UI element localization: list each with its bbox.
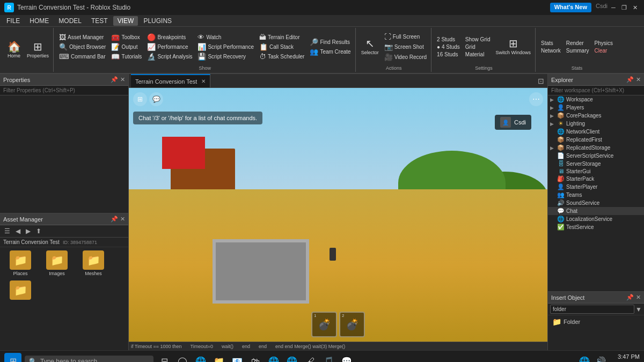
tree-lighting[interactable]: ▶ ☀ Lighting bbox=[548, 120, 644, 128]
minimize-button[interactable]: ─ bbox=[609, 3, 618, 12]
taskbar-mail[interactable]: 📧 bbox=[230, 354, 245, 363]
taskbar-explorer[interactable]: 📁 bbox=[211, 354, 226, 363]
tree-core-packages[interactable]: ▶ 📦 CorePackages bbox=[548, 112, 644, 120]
explorer-filter-input[interactable] bbox=[548, 86, 644, 95]
asset-images[interactable]: 📁 Images bbox=[40, 250, 74, 276]
ribbon-physics[interactable]: Physics bbox=[592, 40, 615, 47]
ribbon-material[interactable]: Material bbox=[463, 51, 493, 58]
taskbar-discord[interactable]: 💬 bbox=[339, 354, 354, 363]
maximize-button[interactable]: ❐ bbox=[619, 3, 629, 12]
ribbon-switch-windows[interactable]: ⊞ Switch Windows bbox=[494, 37, 533, 56]
asset-back-btn[interactable]: ◀ bbox=[13, 226, 23, 236]
tree-replicated-first[interactable]: 📦 ReplicatedFirst bbox=[548, 136, 644, 144]
ribbon-video[interactable]: 🎥 Video Record bbox=[382, 53, 429, 62]
menu-test[interactable]: TEST bbox=[87, 16, 112, 26]
asset-extra[interactable]: 📁 bbox=[3, 280, 38, 301]
properties-pin-icon[interactable]: 📌 bbox=[111, 76, 118, 83]
game-viewport[interactable]: ⊞ 💬 Chat '/3' or '/help' for a list of c… bbox=[129, 88, 547, 342]
explorer-pin-icon[interactable]: 📌 bbox=[626, 76, 634, 83]
insert-folder-result[interactable]: 📁 Folder bbox=[548, 315, 644, 328]
taskbar-edge[interactable]: 🌐 bbox=[193, 354, 208, 363]
ribbon-performance[interactable]: 📈 Performance bbox=[145, 42, 194, 51]
hotbar-slot-2[interactable]: 2 💣 bbox=[339, 312, 365, 337]
ribbon-breakpoints[interactable]: 🔴 Breakpoints bbox=[145, 33, 194, 42]
asset-places[interactable]: 📁 Places bbox=[3, 250, 38, 276]
insert-search-input[interactable] bbox=[550, 305, 634, 314]
ribbon-tutorials[interactable]: 📖 Tutorials bbox=[109, 52, 144, 61]
explorer-close-icon[interactable]: ✕ bbox=[636, 76, 641, 83]
ribbon-summary[interactable]: Summary bbox=[564, 47, 591, 54]
menu-plugins[interactable]: PLUGINS bbox=[139, 16, 176, 26]
taskbar-spotify[interactable]: 🎵 bbox=[321, 354, 336, 363]
ribbon-16studs[interactable]: 16 Studs bbox=[435, 51, 462, 58]
tree-starter-player[interactable]: 👤 StarterPlayer bbox=[548, 183, 644, 191]
hotbar-slot-1[interactable]: 1 💣 bbox=[311, 312, 337, 337]
ribbon-network[interactable]: Network bbox=[539, 47, 563, 54]
clock-area[interactable]: 3:47 PM 10/16/2020 bbox=[610, 353, 640, 362]
tree-network-client[interactable]: 🌐 NetworkClient bbox=[548, 128, 644, 136]
insert-close-icon[interactable]: ✕ bbox=[636, 294, 641, 301]
tray-network[interactable]: 🌐 bbox=[577, 354, 592, 363]
ribbon-render[interactable]: Render bbox=[564, 40, 591, 47]
properties-filter[interactable] bbox=[0, 86, 128, 95]
chat-icon-roblox[interactable]: ⊞ bbox=[133, 92, 147, 106]
ribbon-task-scheduler[interactable]: ⏱ Task Scheduler bbox=[257, 52, 306, 61]
taskbar-ps[interactable]: 🖌 bbox=[303, 354, 318, 363]
ribbon-stats[interactable]: Stats bbox=[539, 40, 563, 47]
ribbon-script-analysis[interactable]: 🔬 Script Analysis bbox=[145, 52, 194, 61]
insert-pin-icon[interactable]: 📌 bbox=[626, 294, 634, 301]
tree-starter-gui[interactable]: 🖥 StarterGui bbox=[548, 167, 644, 175]
ribbon-terrain-editor[interactable]: 🏔 Terrain Editor bbox=[257, 33, 306, 42]
chat-icon-bubble[interactable]: 💬 bbox=[149, 92, 163, 106]
menu-home[interactable]: HOME bbox=[25, 16, 53, 26]
asset-manager-close-icon[interactable]: ✕ bbox=[120, 216, 125, 223]
close-button[interactable]: ✕ bbox=[630, 3, 640, 12]
ribbon-2studs[interactable]: 2 Studs bbox=[435, 36, 462, 43]
tree-players[interactable]: ▶ 👤 Players bbox=[548, 104, 644, 112]
taskbar-edge2[interactable]: 🌐 bbox=[266, 354, 281, 363]
ribbon-home-btn[interactable]: 🏠 Home bbox=[4, 40, 24, 60]
tree-localization-service[interactable]: 🌐 LocalizationService bbox=[548, 215, 644, 223]
tree-starter-pack[interactable]: 🎒 StarterPack bbox=[548, 175, 644, 183]
tray-volume[interactable]: 🔊 bbox=[593, 354, 608, 363]
tree-teams[interactable]: 👥 Teams bbox=[548, 191, 644, 199]
menu-model[interactable]: MODEL bbox=[54, 16, 86, 26]
ribbon-find-results[interactable]: 🔎 Find Results bbox=[308, 38, 353, 47]
properties-close-icon[interactable]: ✕ bbox=[120, 76, 125, 83]
viewport-tab-close[interactable]: ✕ bbox=[201, 78, 206, 84]
start-button[interactable]: ⊞ bbox=[4, 353, 21, 363]
ribbon-script-recovery[interactable]: 💾 Script Recovery bbox=[195, 52, 256, 61]
ribbon-screenshot[interactable]: 📷 Screen Shot bbox=[382, 42, 429, 51]
tree-sound-service[interactable]: 🔊 SoundService bbox=[548, 199, 644, 207]
ribbon-command-bar[interactable]: ⌨ Command Bar bbox=[57, 52, 108, 61]
taskbar-chrome[interactable]: 🌐 bbox=[284, 354, 299, 363]
ribbon-grid[interactable]: Grid bbox=[463, 43, 493, 50]
whats-new-button[interactable]: What's New bbox=[550, 3, 591, 12]
taskbar-task-view[interactable]: ⊟ bbox=[157, 354, 172, 363]
options-button[interactable]: ⋯ bbox=[529, 92, 543, 106]
ribbon-toolbox[interactable]: 🧰 Toolbox bbox=[109, 33, 144, 42]
ribbon-object-browser[interactable]: 🔍 Object Browser bbox=[57, 42, 108, 51]
ribbon-selector[interactable]: ↖ Selector bbox=[359, 37, 381, 56]
ribbon-call-stack[interactable]: 📋 Call Stack bbox=[257, 42, 306, 51]
asset-upload-btn[interactable]: ⬆ bbox=[34, 226, 43, 236]
ribbon-asset-manager[interactable]: 🖼 Asset Manager bbox=[57, 33, 108, 42]
ribbon-clear[interactable]: Clear bbox=[592, 47, 615, 54]
tree-test-service[interactable]: ✅ TestService bbox=[548, 223, 644, 231]
viewport-maximize-icon[interactable]: ⊡ bbox=[537, 76, 545, 86]
tree-server-script-service[interactable]: 📄 ServerScriptService bbox=[548, 152, 644, 160]
ribbon-watch[interactable]: 👁 Watch bbox=[195, 33, 256, 42]
insert-dropdown-icon[interactable]: ▼ bbox=[635, 306, 642, 313]
menu-file[interactable]: FILE bbox=[2, 16, 24, 26]
tree-workspace[interactable]: ▶ 🌐 Workspace bbox=[548, 95, 644, 104]
tree-chat[interactable]: 💬 Chat bbox=[548, 207, 644, 215]
viewport-tab-main[interactable]: Terrain Conversion Test ✕ bbox=[131, 74, 210, 87]
ribbon-output[interactable]: 📝 Output bbox=[109, 42, 144, 51]
asset-menu-btn[interactable]: ☰ bbox=[2, 226, 12, 236]
asset-manager-pin-icon[interactable]: 📌 bbox=[111, 216, 118, 223]
asset-meshes[interactable]: 📁 Meshes bbox=[76, 250, 111, 276]
tree-replicated-storage[interactable]: ▶ 📦 ReplicatedStorage bbox=[548, 144, 644, 152]
ribbon-4studs[interactable]: ● 4 Studs bbox=[435, 43, 462, 50]
asset-forward-btn[interactable]: ▶ bbox=[24, 226, 33, 236]
ribbon-show-grid[interactable]: Show Grid bbox=[463, 36, 493, 43]
